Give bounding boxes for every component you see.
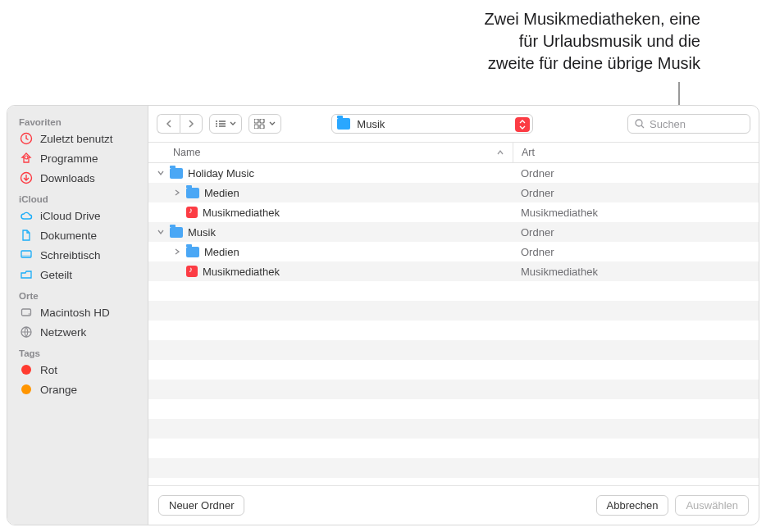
- disclosure-triangle[interactable]: [173, 248, 181, 255]
- desktop-icon: [19, 248, 34, 262]
- sidebar-item[interactable]: Dokumente: [7, 225, 148, 245]
- updown-icon: [515, 117, 530, 132]
- sidebar-item-label: Schreibtisch: [40, 249, 101, 261]
- list-icon: [215, 120, 226, 128]
- file-kind: Ordner: [513, 226, 759, 239]
- file-kind: Ordner: [513, 246, 759, 258]
- folder-icon: [186, 247, 199, 257]
- folder-icon: [337, 118, 350, 130]
- group-button[interactable]: [248, 114, 281, 134]
- new-folder-button[interactable]: Neuer Ordner: [158, 495, 244, 516]
- annotation-line: Zwei Musikmediatheken, eine: [485, 8, 700, 30]
- empty-row: [148, 340, 759, 360]
- column-kind[interactable]: Art: [513, 143, 759, 162]
- empty-row: [148, 419, 759, 439]
- view-list-button[interactable]: [209, 114, 242, 134]
- disk-icon: [19, 305, 34, 320]
- svg-point-12: [216, 125, 217, 127]
- forward-button[interactable]: [180, 114, 203, 134]
- sidebar-section-label: Favoriten: [7, 111, 148, 129]
- file-kind: Ordner: [513, 167, 759, 180]
- annotation-line: für Urlaubsmusik und die: [485, 30, 700, 52]
- clock-icon: [19, 131, 34, 146]
- apps-icon: [19, 151, 34, 166]
- group-icon: [254, 119, 266, 129]
- svg-point-6: [29, 313, 30, 315]
- svg-rect-4: [21, 255, 31, 257]
- dialog-footer: Neuer Ordner Abbrechen Auswählen: [148, 485, 759, 525]
- music-library-icon: [186, 266, 198, 277]
- sidebar-item-label: iCloud Drive: [40, 210, 101, 222]
- column-headers: Name Art: [148, 142, 759, 163]
- choose-button[interactable]: Auswählen: [675, 495, 749, 516]
- sidebar-item[interactable]: iCloud Drive: [7, 206, 148, 225]
- file-name: Holiday Music: [188, 167, 254, 180]
- search-input[interactable]: Suchen: [627, 114, 750, 134]
- file-row[interactable]: MusikmediathekMusikmediathek: [148, 261, 759, 281]
- sidebar-item[interactable]: Rot: [7, 360, 148, 380]
- sidebar-item-label: Netzwerk: [40, 326, 86, 339]
- shared-icon: [19, 267, 34, 282]
- sidebar-section-label: Tags: [7, 342, 148, 360]
- sidebar-item-label: Downloads: [40, 172, 95, 184]
- svg-point-1: [25, 156, 28, 159]
- finder-window: FavoritenZuletzt benutztProgrammeDownloa…: [7, 105, 759, 525]
- svg-point-8: [216, 120, 217, 122]
- sidebar-item[interactable]: Orange: [7, 380, 148, 399]
- file-row[interactable]: Holiday MusicOrdner: [148, 163, 759, 183]
- nav-buttons: [157, 114, 203, 134]
- disclosure-triangle[interactable]: [157, 229, 165, 235]
- sidebar-item[interactable]: Geteilt: [7, 265, 148, 284]
- doc-icon: [19, 228, 34, 243]
- folder-icon: [170, 227, 183, 238]
- empty-row: [148, 380, 759, 399]
- sort-asc-icon: [496, 149, 504, 156]
- sidebar-item-label: Programme: [40, 152, 98, 165]
- toolbar: Musik Suchen: [148, 106, 759, 142]
- file-list[interactable]: Holiday MusicOrdnerMedienOrdnerMusikmedi…: [148, 163, 759, 485]
- chevron-down-icon: [230, 121, 236, 126]
- svg-rect-5: [22, 309, 31, 316]
- sidebar-item[interactable]: Schreibtisch: [7, 245, 148, 265]
- sidebar-item-label: Geteilt: [40, 269, 72, 281]
- file-row[interactable]: MedienOrdner: [148, 242, 759, 261]
- cancel-button[interactable]: Abbrechen: [596, 495, 669, 516]
- empty-row: [148, 301, 759, 321]
- search-icon: [635, 119, 645, 129]
- file-row[interactable]: MusikOrdner: [148, 222, 759, 242]
- sidebar-item[interactable]: Programme: [7, 148, 148, 168]
- sidebar-item-label: Rot: [40, 364, 57, 376]
- back-button[interactable]: [157, 114, 180, 134]
- file-row[interactable]: MusikmediathekMusikmediathek: [148, 202, 759, 222]
- globe-icon: [19, 325, 34, 339]
- empty-row: [148, 360, 759, 380]
- file-kind: Musikmediathek: [513, 266, 759, 278]
- column-name[interactable]: Name: [148, 143, 513, 162]
- sidebar-item[interactable]: Netzwerk: [7, 322, 148, 342]
- sidebar-item-label: Zuletzt benutzt: [40, 133, 113, 145]
- file-name: Medien: [204, 246, 239, 258]
- path-dropdown[interactable]: Musik: [331, 114, 533, 134]
- svg-point-18: [636, 120, 642, 126]
- empty-row: [148, 321, 759, 340]
- sidebar-item[interactable]: Zuletzt benutzt: [7, 129, 148, 148]
- file-name: Medien: [204, 187, 239, 199]
- annotation-callout: Zwei Musikmediatheken, eine für Urlaubsm…: [485, 8, 700, 75]
- empty-row: [148, 399, 759, 419]
- svg-rect-14: [254, 119, 258, 123]
- path-label: Musik: [357, 118, 385, 130]
- svg-point-10: [216, 123, 217, 125]
- dot-icon: [19, 382, 34, 397]
- sidebar-item[interactable]: Downloads: [7, 168, 148, 188]
- disclosure-triangle[interactable]: [173, 189, 181, 196]
- file-kind: Musikmediathek: [513, 207, 759, 219]
- folder-icon: [186, 188, 199, 198]
- file-kind: Ordner: [513, 187, 759, 199]
- svg-rect-16: [254, 125, 258, 129]
- search-placeholder: Suchen: [650, 118, 686, 130]
- folder-icon: [170, 168, 183, 179]
- file-row[interactable]: MedienOrdner: [148, 183, 759, 202]
- sidebar-item[interactable]: Macintosh HD: [7, 302, 148, 322]
- disclosure-triangle[interactable]: [157, 170, 165, 176]
- sidebar-item-label: Dokumente: [40, 230, 97, 242]
